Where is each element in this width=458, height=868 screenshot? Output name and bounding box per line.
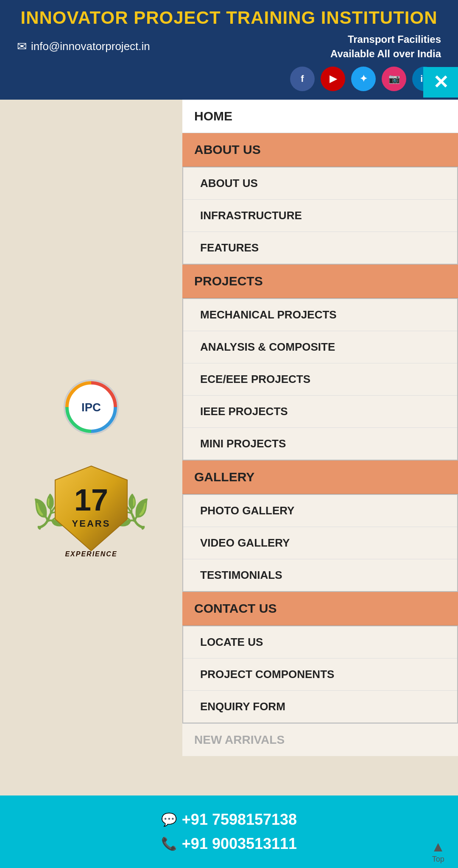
nav-item-locate-us[interactable]: LOCATE US (183, 626, 457, 659)
nav-gallery-header[interactable]: GALLERY (182, 461, 458, 494)
nav-item-ieee[interactable]: IEEE PROJECTS (183, 396, 457, 428)
nav-item-infrastructure[interactable]: INFRASTRUCTURE (183, 200, 457, 232)
whatsapp-icon: 💬 (161, 809, 177, 830)
site-title: INNOVATOR PROJECT TRAINING INSTITUTION (13, 8, 445, 28)
nav-item-project-components[interactable]: PROJECT COMPONENTS (183, 659, 457, 691)
social-icons-row: f ▶ ✦ 📷 in (13, 61, 445, 95)
header: INNOVATOR PROJECT TRAINING INSTITUTION ✉… (0, 0, 458, 100)
nav-contact-us-group: LOCATE US PROJECT COMPONENTS ENQUIRY FOR… (182, 625, 458, 723)
left-panel: IPC 🌿 🌿 17 (0, 100, 182, 821)
nav-item-ece-eee[interactable]: ECE/EEE PROJECTS (183, 363, 457, 396)
main-content: IPC 🌿 🌿 17 (0, 100, 458, 821)
phone-row-2: 📞 +91 9003513111 (161, 832, 297, 856)
top-button[interactable]: ▲ Top (431, 838, 445, 864)
facebook-icon[interactable]: f (290, 67, 315, 91)
twitter-icon[interactable]: ✦ (351, 67, 376, 91)
nav-menu: HOME ABOUT US ABOUT US INFRASTRUCTURE FE… (182, 100, 458, 821)
email-display: ✉ info@innovatorproject.in (17, 39, 150, 53)
svg-text:YEARS: YEARS (72, 518, 111, 529)
nav-item-about-us[interactable]: ABOUT US (183, 167, 457, 200)
badge-shield: 17 YEARS EXPERIENCE (53, 464, 129, 558)
instagram-icon[interactable]: 📷 (382, 67, 406, 91)
footer-phones: 💬 +91 7598157138 📞 +91 9003513111 (8, 807, 450, 856)
experience-badge: 🌿 🌿 17 YEARS EXPERIENCE (32, 447, 151, 575)
shield-svg: 17 YEARS (53, 464, 129, 553)
nav-projects-group: MECHANICAL PROJECTS ANALYSIS & COMPOSITE… (182, 298, 458, 461)
youtube-icon[interactable]: ▶ (321, 67, 345, 91)
nav-contact-us-header[interactable]: CONTACT US (182, 592, 458, 625)
nav-item-mechanical[interactable]: MECHANICAL PROJECTS (183, 299, 457, 331)
ipc-logo: IPC (64, 380, 119, 435)
nav-item-video-gallery[interactable]: VIDEO GALLERY (183, 527, 457, 559)
footer: 💬 +91 7598157138 📞 +91 9003513111 ▲ Top (0, 795, 458, 868)
email-icon: ✉ (17, 39, 27, 53)
nav-new-arrivals[interactable]: NEW ARRIVALS (182, 723, 458, 756)
svg-text:IPC: IPC (81, 401, 101, 414)
phone-icon: 📞 (161, 834, 177, 854)
nav-home[interactable]: HOME (182, 100, 458, 133)
nav-about-us-group: ABOUT US INFRASTRUCTURE FEATURES (182, 167, 458, 265)
header-info-row: ✉ info@innovatorproject.in Transport Fac… (13, 32, 445, 61)
nav-item-features[interactable]: FEATURES (183, 232, 457, 264)
nav-item-photo-gallery[interactable]: PHOTO GALLERY (183, 495, 457, 527)
close-button[interactable]: ✕ (423, 67, 458, 98)
ipc-logo-svg: IPC (65, 381, 117, 433)
nav-about-us-header[interactable]: ABOUT US (182, 133, 458, 167)
transport-info: Transport FacilitiesAvailable All over I… (330, 32, 441, 61)
nav-item-analysis[interactable]: ANALYSIS & COMPOSITE (183, 331, 457, 363)
nav-projects-header[interactable]: PROJECTS (182, 265, 458, 298)
nav-item-mini[interactable]: MINI PROJECTS (183, 428, 457, 460)
phone-row-1: 💬 +91 7598157138 (161, 807, 297, 832)
nav-item-testimonials[interactable]: TESTIMONIALS (183, 559, 457, 591)
nav-item-enquiry-form[interactable]: ENQUIRY FORM (183, 691, 457, 723)
svg-text:17: 17 (74, 483, 108, 517)
nav-gallery-group: PHOTO GALLERY VIDEO GALLERY TESTIMONIALS (182, 494, 458, 592)
